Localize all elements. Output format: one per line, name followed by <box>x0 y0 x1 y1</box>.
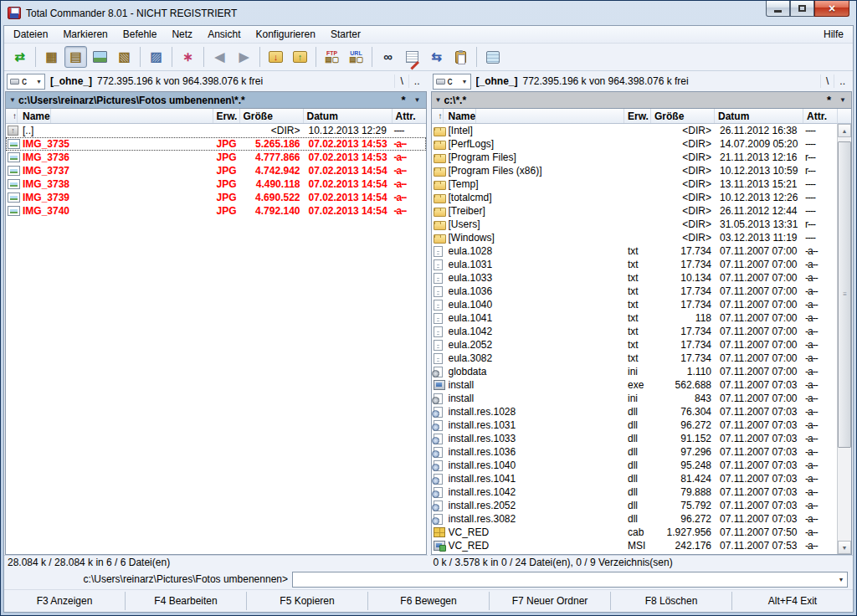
pack-button[interactable]: ↓ <box>264 46 287 68</box>
file-row[interactable]: install.res.1040dll95.24807.11.2007 07:0… <box>432 459 838 472</box>
file-row[interactable]: IMG_3738JPG4.490.11807.02.2013 14:54-a-- <box>6 177 426 191</box>
clipboard-button[interactable] <box>449 46 472 68</box>
quick-view-button[interactable] <box>89 46 111 68</box>
left-up-button[interactable]: .. <box>408 74 425 88</box>
file-row[interactable]: [totalcmd]<DIR>10.12.2013 12:26---- <box>432 191 838 204</box>
file-row[interactable]: IMG_3735JPG5.265.18607.02.2013 14:53-a-- <box>6 137 426 151</box>
left-path-bar[interactable]: ▼ c:\Users\reinarz\Pictures\Fotos umbene… <box>5 91 427 108</box>
multi-rename-button[interactable] <box>401 46 423 68</box>
file-row[interactable]: eula.2052txt17.73407.11.2007 07:00-a-- <box>432 338 838 352</box>
right-up-button[interactable]: .. <box>834 74 850 88</box>
file-row[interactable]: install.res.1028dll76.30407.11.2007 07:0… <box>432 405 838 418</box>
file-row[interactable]: globdataini1.11007.11.2007 07:00-a-- <box>432 365 838 378</box>
path-dropdown-icon[interactable]: ▼ <box>9 96 16 104</box>
column-size[interactable]: Größe <box>240 109 304 123</box>
column-ext[interactable]: Erw. <box>213 109 240 123</box>
menu-netz[interactable]: Netz <box>164 27 200 42</box>
scroll-track[interactable]: ≡ <box>838 137 851 541</box>
tree-view-button[interactable]: ▧ <box>113 46 136 68</box>
column-name[interactable]: ↑Name <box>6 109 213 123</box>
file-row[interactable]: eula.1033txt10.13407.11.2007 07:00-a-- <box>432 271 838 285</box>
close-button[interactable]: × <box>814 1 849 17</box>
command-history-icon[interactable]: ▼ <box>835 577 847 583</box>
file-row[interactable]: IMG_3739JPG4.690.52207.02.2013 14:54-a-- <box>6 191 426 204</box>
right-scrollbar[interactable]: ▲ ≡ ▼ <box>837 124 851 554</box>
select-group-button[interactable]: ∗ <box>177 46 199 68</box>
file-row[interactable]: [Intel]<DIR>26.11.2012 16:38---- <box>432 124 838 137</box>
filter-star-icon[interactable]: * <box>402 94 406 106</box>
back-button[interactable]: ◀ <box>208 46 231 68</box>
menu-hilfe[interactable]: Hilfe <box>816 27 851 42</box>
file-row[interactable]: install.res.1041dll81.42407.11.2007 07:0… <box>432 472 838 485</box>
file-row[interactable]: [PerfLogs]<DIR>14.07.2009 05:20---- <box>432 137 838 151</box>
right-path-bar[interactable]: ▼ c:\*.* * ▼ <box>431 91 853 108</box>
unpack-button[interactable]: ↑ <box>289 46 311 68</box>
file-row[interactable]: install.res.1036dll97.29607.11.2007 07:0… <box>432 445 838 459</box>
file-row[interactable]: [Treiber]<DIR>26.11.2012 12:44---- <box>432 204 838 218</box>
history-arrow-icon[interactable]: ▼ <box>414 96 421 104</box>
fn-alt-f4-button[interactable]: Alt+F4 Exit <box>732 592 853 610</box>
menu-starter[interactable]: Starter <box>323 27 368 42</box>
menu-markieren[interactable]: Markieren <box>55 27 115 42</box>
file-row[interactable]: [Temp]<DIR>13.11.2013 15:21---- <box>432 177 838 191</box>
file-row[interactable]: eula.1031txt17.73407.11.2007 07:00-a-- <box>432 258 838 271</box>
file-row[interactable]: VC_REDMSI242.17607.11.2007 07:53-a-- <box>432 539 838 552</box>
menu-ansicht[interactable]: Ansicht <box>200 27 248 42</box>
search-button[interactable]: ∞ <box>377 46 399 68</box>
scroll-down-button[interactable]: ▼ <box>838 541 851 554</box>
file-row[interactable]: eula.3082txt17.73407.11.2007 07:00-a-- <box>432 352 838 365</box>
file-row[interactable]: ↑[..]<DIR>10.12.2013 12:29---- <box>6 124 426 137</box>
file-row[interactable]: IMG_3736JPG4.777.86607.02.2013 14:53-a-- <box>6 151 426 164</box>
forward-button[interactable]: ▶ <box>233 46 255 68</box>
file-row[interactable]: eula.1028txt17.73407.11.2007 07:00-a-- <box>432 244 838 258</box>
path-dropdown-icon[interactable]: ▼ <box>435 96 442 104</box>
ftp-url-button[interactable]: URL▤▢ <box>345 46 367 68</box>
file-row[interactable]: install.res.1042dll79.88807.11.2007 07:0… <box>432 485 838 499</box>
column-date[interactable]: Datum <box>715 109 803 123</box>
menu-dateien[interactable]: Dateien <box>6 27 55 42</box>
left-root-button[interactable]: \ <box>394 74 408 88</box>
file-row[interactable]: install.res.1033dll91.15207.11.2007 07:0… <box>432 432 838 445</box>
minimize-button[interactable] <box>766 1 790 17</box>
fn-f5-button[interactable]: F5 Kopieren <box>247 592 368 610</box>
file-row[interactable]: [Users]<DIR>31.05.2013 13:31r--- <box>432 218 838 231</box>
fn-f7-button[interactable]: F7 Neuer Ordner <box>490 592 611 610</box>
fn-f6-button[interactable]: F6 Bewegen <box>368 592 490 610</box>
file-row[interactable]: eula.1036txt17.73407.11.2007 07:00-a-- <box>432 285 838 298</box>
column-date[interactable]: Datum <box>304 109 393 123</box>
file-row[interactable]: [Windows]<DIR>03.12.2013 11:19---- <box>432 231 838 244</box>
column-attr[interactable]: Attr. <box>803 109 837 123</box>
file-row[interactable]: install.res.1031dll96.27207.11.2007 07:0… <box>432 418 838 432</box>
file-row[interactable]: IMG_3740JPG4.792.14007.02.2013 14:54-a-- <box>6 204 426 218</box>
file-row[interactable]: install.res.2052dll75.79207.11.2007 07:0… <box>432 499 838 512</box>
menu-konfigurieren[interactable]: Konfigurieren <box>248 27 322 42</box>
filter-star-icon[interactable]: * <box>827 94 831 106</box>
right-root-button[interactable]: \ <box>820 74 834 88</box>
command-input[interactable] <box>293 573 835 586</box>
sync-dirs-button[interactable]: ⇆ <box>425 46 448 68</box>
file-row[interactable]: [Program Files (x86)]<DIR>10.12.2013 10:… <box>432 164 838 177</box>
column-size[interactable]: Größe <box>651 109 715 123</box>
file-row[interactable]: installini84307.11.2007 07:00-a-- <box>432 392 838 405</box>
dir-tree-button[interactable]: ▨ <box>145 46 167 68</box>
file-row[interactable]: install.res.3082dll96.27207.11.2007 07:0… <box>432 512 838 526</box>
ftp-connect-button[interactable]: FTP▤▢ <box>321 46 343 68</box>
column-name[interactable]: ↑Name <box>432 109 625 123</box>
title-bar[interactable]: Total Commander 8.01 - NICHT REGISTRIERT… <box>1 1 856 25</box>
fn-f3-button[interactable]: F3 Anzeigen <box>4 592 126 610</box>
file-row[interactable]: VC_REDcab1.927.95607.11.2007 07:50-a-- <box>432 526 838 539</box>
right-drive-combo[interactable]: c ▼ <box>433 74 471 90</box>
file-row[interactable]: IMG_3737JPG4.742.94207.02.2013 14:54-a-- <box>6 164 426 177</box>
left-drive-combo[interactable]: c ▼ <box>7 74 45 90</box>
column-attr[interactable]: Attr. <box>393 109 426 123</box>
refresh-button[interactable]: ⇄ <box>8 46 31 68</box>
column-ext[interactable]: Erw. <box>624 109 651 123</box>
file-row[interactable]: installexe562.68807.11.2007 07:03-a-- <box>432 378 838 392</box>
fn-f8-button[interactable]: F8 Löschen <box>611 592 732 610</box>
scroll-up-button[interactable]: ▲ <box>838 124 851 137</box>
fn-f4-button[interactable]: F4 Bearbeiten <box>126 592 247 610</box>
file-row[interactable]: eula.1040txt17.73407.11.2007 07:00-a-- <box>432 298 838 311</box>
history-arrow-icon[interactable]: ▼ <box>839 96 846 104</box>
maximize-button[interactable] <box>790 1 814 17</box>
menu-befehle[interactable]: Befehle <box>115 27 165 42</box>
